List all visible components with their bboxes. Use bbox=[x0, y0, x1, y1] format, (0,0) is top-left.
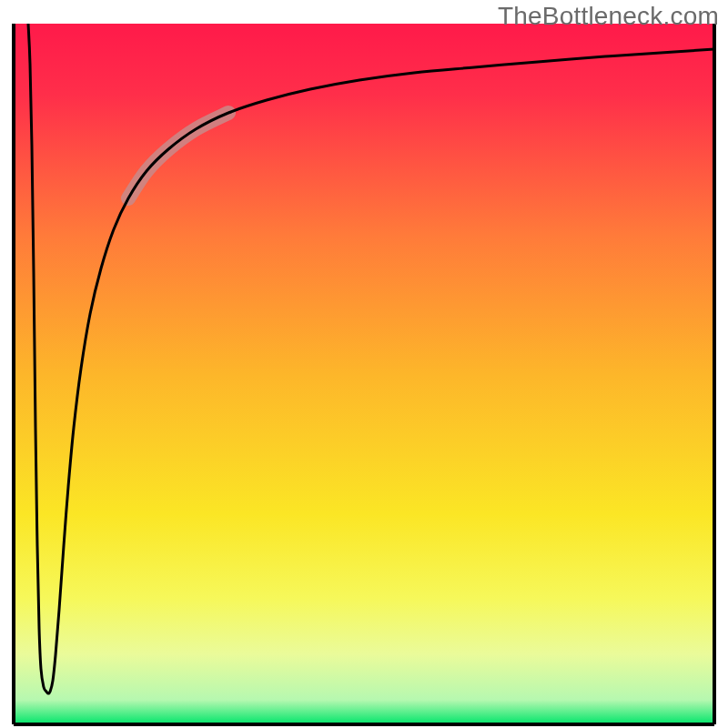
chart-stage: TheBottleneck.com bbox=[0, 0, 728, 728]
plot-background bbox=[14, 24, 714, 724]
bottleneck-chart bbox=[0, 0, 728, 728]
